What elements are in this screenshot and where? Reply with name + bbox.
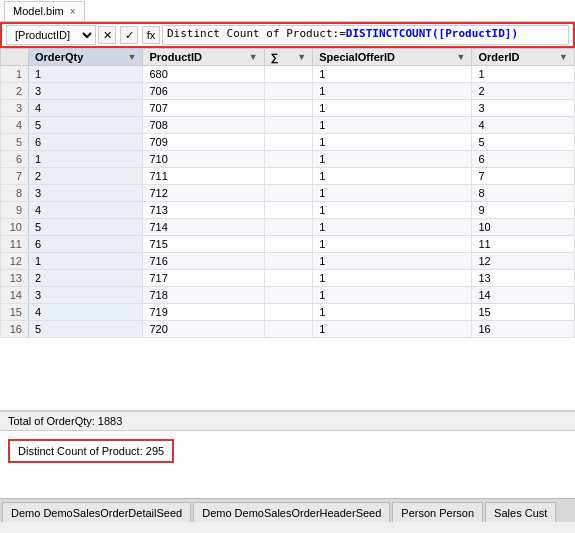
table-row: 1 1 680 1 1 (1, 66, 575, 83)
specialofferid-cell: 1 (313, 287, 472, 304)
sum-cell (264, 304, 312, 321)
confirm-formula-button[interactable]: ✓ (120, 26, 138, 44)
orderqty-cell: 6 (29, 236, 143, 253)
orderid-cell: 10 (472, 219, 575, 236)
orderid-cell: 13 (472, 270, 575, 287)
sum-cell (264, 151, 312, 168)
orderqty-cell: 1 (29, 253, 143, 270)
table-row: 13 2 717 1 13 (1, 270, 575, 287)
table-row: 7 2 711 1 7 (1, 168, 575, 185)
sum-cell (264, 287, 312, 304)
fx-icon: fx (147, 29, 156, 41)
sum-cell (264, 117, 312, 134)
orderqty-cell: 2 (29, 270, 143, 287)
sum-cell (264, 100, 312, 117)
row-num-cell: 8 (1, 185, 29, 202)
row-num-cell: 1 (1, 66, 29, 83)
total-label: Total of OrderQty: 1883 (8, 415, 122, 427)
sum-cell (264, 185, 312, 202)
specialofferid-header[interactable]: SpecialOfferID ▼ (313, 49, 472, 66)
table-row: 2 3 706 1 2 (1, 83, 575, 100)
specialofferid-cell: 1 (313, 134, 472, 151)
close-icon[interactable]: × (70, 6, 76, 17)
field-selector[interactable]: [ProductID] (6, 25, 96, 45)
sum-cell (264, 134, 312, 151)
sum-cell (264, 253, 312, 270)
productid-filter-icon[interactable]: ▼ (249, 52, 258, 62)
sum-cell (264, 66, 312, 83)
orderqty-cell: 4 (29, 202, 143, 219)
orderqty-cell: 4 (29, 304, 143, 321)
orderid-cell: 14 (472, 287, 575, 304)
measure-result-box: Distinct Count of Product: 295 (8, 439, 174, 463)
confirm-icon: ✓ (125, 29, 134, 42)
orderqty-cell: 5 (29, 117, 143, 134)
productid-header[interactable]: ProductID ▼ (143, 49, 264, 66)
measure-result-text: Distinct Count of Product: 295 (18, 445, 164, 457)
productid-cell: 720 (143, 321, 264, 338)
orderid-filter-icon[interactable]: ▼ (559, 52, 568, 62)
orderid-cell: 6 (472, 151, 575, 168)
orderid-cell: 7 (472, 168, 575, 185)
table-row: 6 1 710 1 6 (1, 151, 575, 168)
orderid-cell: 11 (472, 236, 575, 253)
orderqty-cell: 1 (29, 66, 143, 83)
row-num-cell: 6 (1, 151, 29, 168)
orderqty-cell: 2 (29, 168, 143, 185)
orderqty-cell: 3 (29, 83, 143, 100)
sum-cell (264, 236, 312, 253)
table-row: 9 4 713 1 9 (1, 202, 575, 219)
productid-cell: 714 (143, 219, 264, 236)
orderid-header[interactable]: OrderID ▼ (472, 49, 575, 66)
orderid-cell: 5 (472, 134, 575, 151)
fx-button[interactable]: fx (142, 26, 160, 44)
productid-cell: 719 (143, 304, 264, 321)
sum-cell (264, 168, 312, 185)
table-row: 8 3 712 1 8 (1, 185, 575, 202)
bottom-tab[interactable]: Sales Cust (485, 502, 556, 522)
productid-cell: 707 (143, 100, 264, 117)
table-row: 11 6 715 1 11 (1, 236, 575, 253)
data-table: OrderQty ▼ ProductID ▼ ∑ ▼ (0, 48, 575, 338)
table-row: 10 5 714 1 10 (1, 219, 575, 236)
table-row: 12 1 716 1 12 (1, 253, 575, 270)
model-tab[interactable]: Model.bim × (4, 1, 85, 21)
tab-label: Model.bim (13, 5, 64, 17)
title-bar: Model.bim × (0, 0, 575, 22)
productid-cell: 712 (143, 185, 264, 202)
row-num-cell: 2 (1, 83, 29, 100)
table-row: 16 5 720 1 16 (1, 321, 575, 338)
productid-cell: 717 (143, 270, 264, 287)
orderid-cell: 12 (472, 253, 575, 270)
bottom-tab[interactable]: Person Person (392, 502, 483, 522)
formula-bold-text: DISTINCTCOUNT([ProductID]) (346, 27, 518, 40)
table-header: OrderQty ▼ ProductID ▼ ∑ ▼ (1, 49, 575, 66)
orderid-cell: 1 (472, 66, 575, 83)
row-number-header (1, 49, 29, 66)
productid-cell: 715 (143, 236, 264, 253)
total-row: Total of OrderQty: 1883 (0, 410, 575, 430)
specialofferid-cell: 1 (313, 236, 472, 253)
specialofferid-filter-icon[interactable]: ▼ (457, 52, 466, 62)
productid-cell: 706 (143, 83, 264, 100)
orderqty-header[interactable]: OrderQty ▼ (29, 49, 143, 66)
orderqty-cell: 5 (29, 321, 143, 338)
bottom-tab[interactable]: Demo DemoSalesOrderDetailSeed (2, 502, 191, 522)
productid-cell: 710 (143, 151, 264, 168)
specialofferid-cell: 1 (313, 219, 472, 236)
measure-area: Distinct Count of Product: 295 (0, 430, 575, 498)
bottom-tab[interactable]: Demo DemoSalesOrderHeaderSeed (193, 502, 390, 522)
sum-filter-icon[interactable]: ▼ (297, 52, 306, 62)
orderid-cell: 16 (472, 321, 575, 338)
specialofferid-cell: 1 (313, 151, 472, 168)
sum-cell (264, 321, 312, 338)
orderid-cell: 8 (472, 185, 575, 202)
specialofferid-cell: 1 (313, 253, 472, 270)
orderid-cell: 9 (472, 202, 575, 219)
formula-input[interactable]: Distinct Count of Product:=DISTINCTCOUNT… (162, 25, 569, 45)
sum-header[interactable]: ∑ ▼ (264, 49, 312, 66)
cancel-formula-button[interactable]: ✕ (98, 26, 116, 44)
formula-bar: [ProductID] ✕ ✓ fx Distinct Count of Pro… (0, 22, 575, 48)
orderqty-filter-icon[interactable]: ▼ (127, 52, 136, 62)
orderid-cell: 2 (472, 83, 575, 100)
